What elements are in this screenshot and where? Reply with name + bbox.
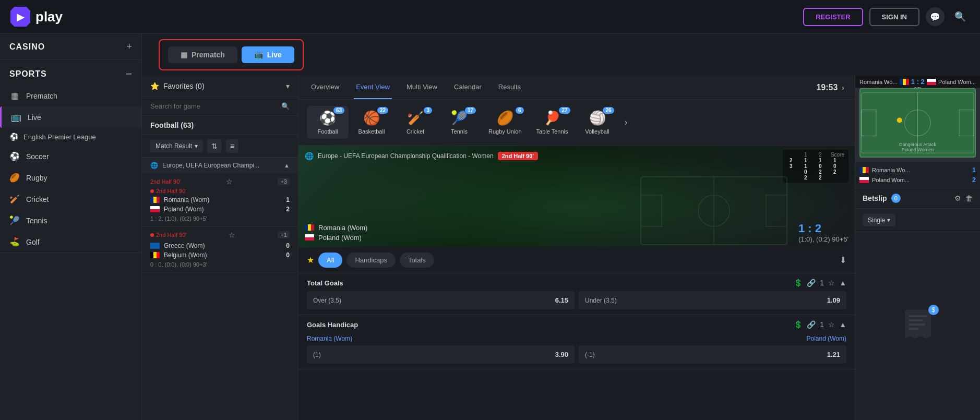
match-banner-top: 🌐 Europe - UEFA European Championship Qu… bbox=[305, 152, 538, 160]
betslip-body: $ bbox=[855, 232, 980, 420]
star-icon: ⭐ bbox=[150, 82, 159, 90]
goals-handicap-title: Goals Handicap bbox=[307, 321, 358, 329]
totals-tab-button[interactable]: Totals bbox=[400, 253, 434, 268]
minimap-flag-ro-icon bbox=[900, 79, 909, 85]
minimap-score: 1 : 2 bbox=[911, 78, 925, 86]
timer-chevron-icon[interactable]: › bbox=[842, 83, 844, 92]
sidebar-item-rugby[interactable]: 🏉 Rugby bbox=[0, 167, 141, 188]
sport-icon-tabletennis[interactable]: 27 🏓 Table Tennis bbox=[530, 106, 575, 139]
topnav-right: REGISTER SIGN IN 💬 🔍 bbox=[803, 7, 970, 26]
plus-icon: + bbox=[126, 41, 132, 52]
minus-icon[interactable]: − bbox=[125, 67, 132, 81]
sort-icon-button[interactable]: ⇅ bbox=[207, 139, 222, 153]
sport-icon-football[interactable]: 63 ⚽ Football bbox=[307, 106, 349, 139]
tabletennis-label: Table Tennis bbox=[536, 128, 568, 135]
rugby-union-label: Rugby Union bbox=[488, 128, 522, 135]
sidebar-item-live[interactable]: 📺 Live bbox=[0, 106, 141, 128]
match-result-filter[interactable]: Match Result ▾ bbox=[150, 140, 203, 152]
chat-icon-button[interactable]: 💬 bbox=[926, 7, 945, 26]
sport-icon-cricket[interactable]: 3 🏏 Cricket bbox=[395, 106, 436, 139]
match2-team1-name: Greece (Wom) bbox=[164, 242, 205, 249]
sports-section: SPORTS − ▦ Prematch 📺 Live ⚽ English Pre… bbox=[0, 60, 141, 253]
tab-event-view[interactable]: Event View bbox=[354, 76, 392, 99]
event-view: Overview Event View Multi View Calendar … bbox=[298, 76, 855, 420]
match1-team1-name: Romania (Wom) bbox=[164, 196, 209, 203]
tabletennis-badge: 27 bbox=[559, 107, 570, 114]
pin-icon-button[interactable]: ⬇ bbox=[840, 255, 846, 265]
betslip-type-select[interactable]: Single ▾ bbox=[863, 214, 895, 226]
favorites-header[interactable]: ⭐ Favorites (0) ▾ bbox=[142, 76, 298, 97]
under-odds-button[interactable]: Under (3.5) 1.09 bbox=[579, 291, 846, 309]
match1-time-label: 2nd Half 90' bbox=[150, 188, 186, 194]
chevron-up-icon: ▲ bbox=[839, 279, 846, 287]
main-content: ▦ Prematch 📺 Live ⭐ Favorites (0) bbox=[142, 34, 980, 420]
league-group-header[interactable]: 🌐 Europe, UEFA European Champi... ▲ bbox=[142, 158, 298, 173]
sport-icon-basketball[interactable]: 22 🏀 Basketball bbox=[351, 106, 392, 139]
layout: CASINO + SPORTS − ▦ Prematch 📺 Live ⚽ bbox=[0, 34, 980, 420]
search-icon-button[interactable]: 🔍 bbox=[951, 7, 970, 26]
market-header-icons-2: 💲 🔗 1 ☆ ▲ bbox=[794, 320, 846, 329]
betslip-type-row: Single ▾ bbox=[855, 209, 980, 232]
minimap-score-area: 1 : 2 bbox=[900, 78, 936, 86]
soccer-label: Soccer bbox=[26, 152, 49, 161]
sidebar-item-epl[interactable]: ⚽ English Premier League bbox=[0, 128, 141, 146]
score-table-header: 1 2 Score bbox=[787, 152, 844, 158]
casino-section-header[interactable]: CASINO + bbox=[0, 34, 141, 59]
handicaps-tab-button[interactable]: Handicaps bbox=[346, 253, 395, 268]
sport-icon-volleyball[interactable]: 26 🏐 Volleyball bbox=[577, 106, 618, 139]
live-tab[interactable]: 📺 Live bbox=[242, 46, 294, 63]
star-tab-button[interactable]: ★ bbox=[307, 255, 314, 265]
tab-multi-view[interactable]: Multi View bbox=[404, 76, 439, 99]
market-header-icons: 💲 🔗 1 ☆ ▲ bbox=[794, 279, 846, 287]
settings-gear-icon[interactable]: ⚙ bbox=[954, 194, 961, 202]
prematch-label: Prematch bbox=[26, 92, 57, 100]
match1-team1-left: Romania (Wom) bbox=[150, 196, 209, 203]
trash-icon[interactable]: 🗑 bbox=[965, 194, 973, 202]
search-input[interactable] bbox=[150, 102, 277, 110]
tab-results[interactable]: Results bbox=[496, 76, 523, 99]
basketball-emoji-icon: 🏀 bbox=[363, 110, 380, 126]
tennis-icon: 🎾 bbox=[9, 215, 20, 225]
sidebar-item-tennis[interactable]: 🎾 Tennis bbox=[0, 210, 141, 231]
match-item-2[interactable]: 2nd Half 90' ☆ +1 Greece (Wom) 0 bbox=[142, 226, 298, 272]
handicap2-odds-button[interactable]: (-1) 1.21 bbox=[579, 345, 846, 364]
over-odds-button[interactable]: Over (3.5) 6.15 bbox=[307, 291, 575, 309]
rugby-label: Rugby bbox=[26, 174, 47, 182]
register-button[interactable]: REGISTER bbox=[803, 8, 863, 26]
minimap-section: Romania Wo... 1 : 2 Poland Wom... 95' bbox=[855, 76, 980, 162]
sidebar-item-golf[interactable]: ⛳ Golf bbox=[0, 231, 141, 253]
match2-team2-score: 0 bbox=[286, 251, 290, 259]
mini-ro-flag-icon bbox=[859, 167, 869, 173]
chain-icon-2: 🔗 bbox=[807, 320, 816, 329]
right-panel: Romania Wo... 1 : 2 Poland Wom... 95' bbox=[855, 76, 980, 420]
football-emoji-icon: ⚽ bbox=[319, 110, 336, 126]
chevron-up-icon-2: ▲ bbox=[839, 320, 846, 329]
settings-icon-button[interactable]: ≡ bbox=[226, 139, 238, 153]
match2-teams: Greece (Wom) 0 Belgium (Wom) 0 bbox=[150, 241, 290, 260]
mini-team2-row: Poland Wom... 2 bbox=[859, 175, 976, 185]
logo-icon: ▶ bbox=[10, 7, 30, 27]
match1-team1-score: 1 bbox=[286, 196, 290, 203]
under-label: Under (3.5) bbox=[585, 297, 617, 304]
chain-icon: 🔗 bbox=[807, 279, 816, 287]
sports-icons-arrow-right[interactable]: › bbox=[620, 117, 632, 128]
signin-button[interactable]: SIGN IN bbox=[869, 8, 919, 26]
topnav: ▶ play REGISTER SIGN IN 💬 🔍 bbox=[0, 0, 980, 34]
sport-icon-rugby[interactable]: 6 🏉 Rugby Union bbox=[482, 106, 528, 139]
sidebar-item-soccer[interactable]: ⚽ Soccer bbox=[0, 146, 141, 167]
match1-time: 2nd Half 90' bbox=[150, 178, 181, 185]
live-icon: 📺 bbox=[11, 112, 21, 122]
sidebar-item-prematch[interactable]: ▦ Prematch bbox=[0, 85, 141, 106]
tab-overview[interactable]: Overview bbox=[309, 76, 341, 99]
all-tab-button[interactable]: All bbox=[318, 253, 342, 268]
cricket-icon: 🏏 bbox=[9, 194, 20, 204]
match-item-1[interactable]: 2nd Half 90' ☆ +3 2nd Half 90' bbox=[142, 173, 298, 226]
settings-icon: ≡ bbox=[230, 142, 234, 150]
sport-icon-tennis[interactable]: 17 🎾 Tennis bbox=[438, 106, 480, 139]
prematch-tab[interactable]: ▦ Prematch bbox=[168, 46, 237, 63]
chat-icon: 💬 bbox=[930, 12, 940, 22]
h1-label: (1) bbox=[313, 351, 321, 358]
sidebar-item-cricket[interactable]: 🏏 Cricket bbox=[0, 188, 141, 210]
tab-calendar[interactable]: Calendar bbox=[452, 76, 484, 99]
handicap1-odds-button[interactable]: (1) 3.90 bbox=[307, 345, 575, 364]
